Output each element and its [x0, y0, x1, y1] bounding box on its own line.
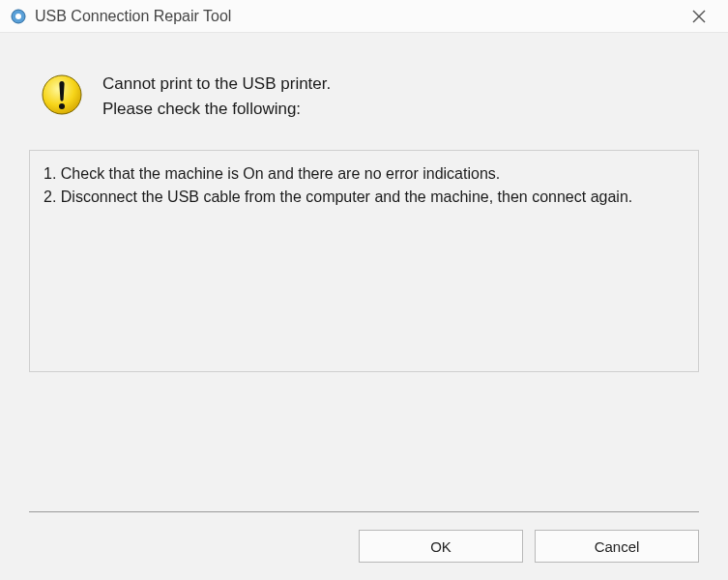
close-icon — [692, 10, 706, 23]
window-title: USB Connection Repair Tool — [35, 8, 680, 25]
svg-point-5 — [59, 103, 65, 109]
close-button[interactable] — [680, 2, 718, 31]
warning-icon — [39, 72, 85, 118]
button-row: OK Cancel — [29, 511, 699, 563]
cancel-button[interactable]: Cancel — [535, 530, 699, 563]
titlebar: USB Connection Repair Tool — [0, 0, 728, 33]
instructions-box: 1. Check that the machine is On and ther… — [29, 150, 699, 372]
instruction-item-2: 2. Disconnect the USB cable from the com… — [44, 186, 684, 209]
svg-point-1 — [15, 14, 21, 19]
app-icon — [10, 8, 27, 25]
message-line-2: Please check the following: — [102, 97, 331, 122]
message-line-1: Cannot print to the USB printer. — [102, 72, 331, 97]
message-row: Cannot print to the USB printer. Please … — [19, 33, 709, 150]
spacer — [19, 372, 709, 511]
instruction-item-1: 1. Check that the machine is On and ther… — [44, 162, 684, 186]
ok-button[interactable]: OK — [359, 530, 523, 563]
dialog-body: Cannot print to the USB printer. Please … — [0, 33, 728, 580]
message-text: Cannot print to the USB printer. Please … — [102, 72, 331, 121]
